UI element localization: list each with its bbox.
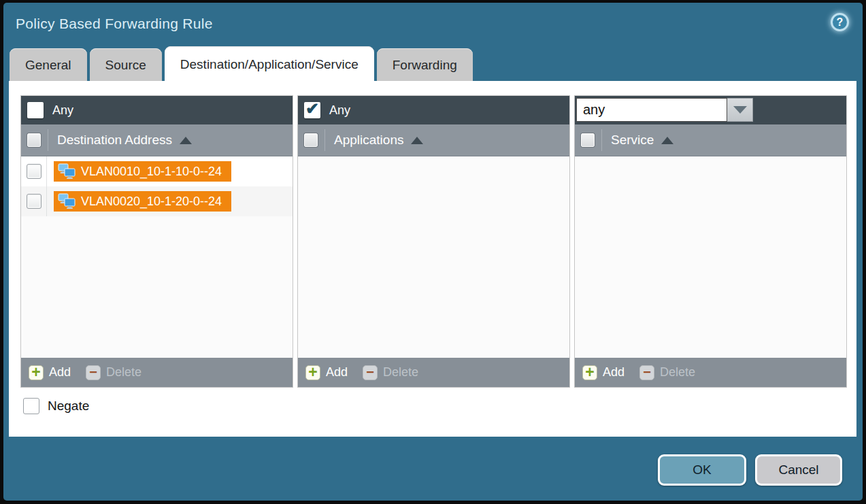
destination-any-checkbox[interactable] — [27, 102, 44, 118]
service-select-all-checkbox[interactable] — [581, 133, 595, 147]
delete-icon: − — [363, 365, 378, 380]
delete-button-label: Delete — [106, 365, 141, 380]
service-delete-button[interactable]: − Delete — [639, 365, 695, 380]
applications-select-all-checkbox[interactable] — [304, 133, 318, 147]
service-dropdown[interactable]: any — [576, 98, 753, 122]
service-column-label: Service — [611, 133, 654, 148]
row-checkbox[interactable] — [27, 194, 41, 209]
dialog-title: Policy Based Forwarding Rule — [16, 16, 213, 32]
service-panel: any Service + Add — [574, 95, 847, 388]
add-icon: + — [29, 365, 44, 380]
cancel-button[interactable]: Cancel — [755, 454, 842, 486]
service-dropdown-value[interactable]: any — [576, 98, 727, 122]
tab-destination-application-service[interactable]: Destination/Application/Service — [165, 46, 374, 81]
applications-toolbar: + Add − Delete — [298, 358, 569, 387]
ok-button[interactable]: OK — [658, 454, 746, 486]
panel-container: Any Destination Address — [20, 95, 848, 388]
add-icon: + — [305, 365, 320, 380]
service-add-button[interactable]: + Add — [582, 365, 624, 380]
destination-list: VLAN0010_10-1-10-0--24 — [21, 156, 293, 358]
sort-ascending-icon[interactable] — [661, 137, 673, 144]
dropdown-arrow-button[interactable] — [727, 98, 753, 122]
address-object-chip[interactable]: VLAN0020_10-1-20-0--24 — [54, 191, 231, 212]
add-icon: + — [582, 365, 597, 380]
pbf-rule-dialog: Policy Based Forwarding Rule ? General S… — [3, 3, 863, 501]
applications-delete-button[interactable]: − Delete — [363, 365, 418, 380]
applications-any-checkbox[interactable] — [304, 102, 320, 118]
service-list — [575, 156, 846, 358]
address-object-label: VLAN0020_10-1-20-0--24 — [81, 195, 222, 209]
column-divider — [48, 129, 48, 151]
destination-add-button[interactable]: + Add — [29, 365, 71, 380]
table-row: VLAN0010_10-1-10-0--24 — [21, 156, 293, 186]
tab-bar: General Source Destination/Application/S… — [3, 48, 863, 81]
row-checkbox-cell — [21, 156, 47, 186]
address-object-chip[interactable]: VLAN0010_10-1-10-0--24 — [54, 161, 231, 182]
add-button-label: Add — [326, 365, 348, 380]
destination-column-header: Destination Address — [21, 124, 293, 156]
tab-content: Any Destination Address — [9, 81, 856, 437]
service-column-header: Service — [575, 124, 846, 156]
column-divider — [601, 129, 602, 151]
applications-list — [298, 156, 569, 358]
negate-row: Negate — [20, 398, 848, 414]
delete-icon: − — [639, 365, 654, 380]
destination-select-all-checkbox[interactable] — [27, 133, 41, 147]
destination-any-bar: Any — [21, 96, 293, 124]
sort-ascending-icon[interactable] — [411, 137, 423, 144]
tab-forwarding[interactable]: Forwarding — [377, 48, 473, 81]
destination-column-label: Destination Address — [57, 133, 172, 148]
destination-delete-button[interactable]: − Delete — [86, 365, 141, 380]
destination-address-panel: Any Destination Address — [20, 95, 293, 388]
applications-any-bar: Any — [298, 96, 569, 124]
add-button-label: Add — [603, 365, 624, 380]
destination-toolbar: + Add − Delete — [21, 358, 293, 387]
tab-general[interactable]: General — [10, 48, 87, 81]
applications-add-button[interactable]: + Add — [305, 365, 348, 380]
delete-button-label: Delete — [660, 365, 695, 380]
row-checkbox[interactable] — [27, 164, 41, 179]
column-divider — [324, 129, 325, 151]
network-address-icon — [58, 193, 76, 209]
service-dropdown-bar: any — [575, 96, 846, 124]
service-toolbar: + Add − Delete — [575, 358, 846, 387]
applications-column-header: Applications — [298, 124, 569, 156]
add-button-label: Add — [49, 365, 71, 380]
applications-any-label: Any — [329, 103, 350, 118]
destination-any-label: Any — [52, 103, 73, 118]
help-icon[interactable]: ? — [831, 13, 849, 31]
negate-label: Negate — [48, 399, 89, 414]
applications-column-label: Applications — [334, 133, 403, 148]
tab-source[interactable]: Source — [90, 48, 162, 81]
dialog-footer: OK Cancel — [3, 437, 863, 501]
network-address-icon — [58, 163, 76, 180]
address-object-label: VLAN0010_10-1-10-0--24 — [81, 165, 222, 179]
chevron-down-icon — [733, 106, 747, 114]
negate-checkbox[interactable] — [23, 398, 39, 414]
table-row: VLAN0020_10-1-20-0--24 — [21, 186, 293, 216]
delete-button-label: Delete — [383, 365, 418, 380]
titlebar: Policy Based Forwarding Rule ? — [3, 3, 863, 48]
applications-panel: Any Applications + Add − Delete — [297, 95, 570, 388]
delete-icon: − — [86, 365, 101, 380]
sort-ascending-icon[interactable] — [180, 137, 192, 144]
row-checkbox-cell — [21, 186, 47, 216]
